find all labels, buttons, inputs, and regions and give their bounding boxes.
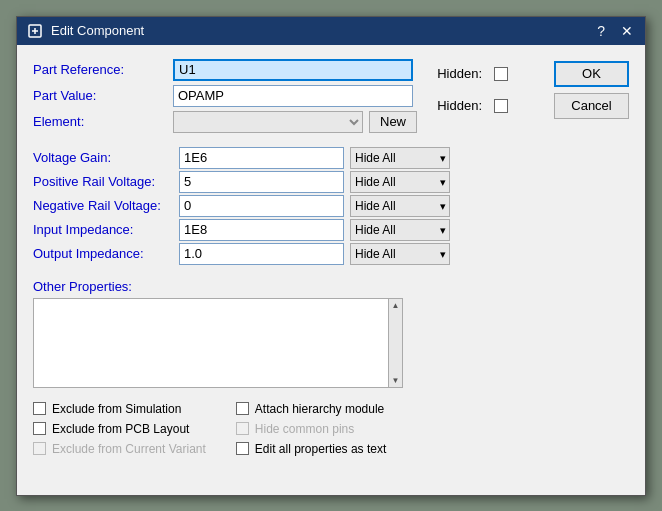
output-impedance-input[interactable] [179,243,344,265]
element-label: Element: [33,114,173,129]
output-impedance-label: Output Impedance: [33,246,173,261]
exclude-variant-label: Exclude from Current Variant [52,442,206,456]
output-impedance-select-wrapper: Hide All Show All [350,243,450,265]
input-impedance-row: Input Impedance: Hide All Show All [33,219,629,241]
help-button[interactable]: ? [595,24,607,38]
bottom-checkboxes: Exclude from Simulation Exclude from PCB… [33,402,629,456]
part-reference-input[interactable] [173,59,413,81]
hidden-label-1: Hidden: [437,66,482,81]
positive-rail-label: Positive Rail Voltage: [33,174,173,189]
exclude-pcb-row: Exclude from PCB Layout [33,422,206,436]
edit-component-dialog: Edit Component ? ✕ Part Reference: Part … [16,16,646,496]
hidden-row-2: Hidden: Cancel [437,93,629,119]
attach-hierarchy-row: Attach hierarchy module [236,402,386,416]
attach-hierarchy-checkbox[interactable] [236,402,249,415]
part-value-row: Part Value: [33,85,417,107]
exclude-pcb-checkbox[interactable] [33,422,46,435]
part-value-label: Part Value: [33,88,173,103]
positive-rail-select-wrapper: Hide All Show All [350,171,450,193]
other-properties-textarea[interactable] [34,299,388,387]
left-form: Part Reference: Part Value: Element: New [33,59,417,137]
edit-all-label: Edit all properties as text [255,442,386,456]
hidden-label-2: Hidden: [437,98,482,113]
hidden-row-1: Hidden: OK [437,61,629,87]
part-value-input[interactable] [173,85,413,107]
negative-rail-select-wrapper: Hide All Show All [350,195,450,217]
exclude-simulation-row: Exclude from Simulation [33,402,206,416]
dialog-content: Part Reference: Part Value: Element: New [17,45,645,495]
input-impedance-label: Input Impedance: [33,222,173,237]
properties-section: Voltage Gain: Hide All Show All Positive… [33,147,629,267]
ok-button[interactable]: OK [554,61,629,87]
exclude-variant-checkbox[interactable] [33,442,46,455]
exclude-variant-row: Exclude from Current Variant [33,442,206,456]
input-impedance-select-wrapper: Hide All Show All [350,219,450,241]
exclude-simulation-label: Exclude from Simulation [52,402,181,416]
title-bar-left: Edit Component [27,23,144,39]
negative-rail-label: Negative Rail Voltage: [33,198,173,213]
other-properties-scrollbar[interactable]: ▲ ▼ [388,299,402,387]
exclude-simulation-checkbox[interactable] [33,402,46,415]
positive-rail-row: Positive Rail Voltage: Hide All Show All [33,171,629,193]
element-select[interactable] [173,111,363,133]
output-impedance-row: Output Impedance: Hide All Show All [33,243,629,265]
part-reference-label: Part Reference: [33,62,173,77]
other-properties-section: Other Properties: ▲ ▼ [33,273,629,388]
hide-common-row: Hide common pins [236,422,386,436]
hide-common-label: Hide common pins [255,422,354,436]
title-bar: Edit Component ? ✕ [17,17,645,45]
part-reference-row: Part Reference: [33,59,417,81]
hidden-checkbox-1[interactable] [494,67,508,81]
element-row: Element: New [33,111,417,133]
dialog-icon [27,23,43,39]
voltage-gain-input[interactable] [179,147,344,169]
top-section: Part Reference: Part Value: Element: New [33,59,629,137]
voltage-gain-label: Voltage Gain: [33,150,173,165]
hidden-checkbox-2[interactable] [494,99,508,113]
scroll-up-arrow[interactable]: ▲ [392,301,400,310]
element-controls: New [173,111,417,133]
negative-rail-select[interactable]: Hide All Show All [350,195,450,217]
attach-hierarchy-label: Attach hierarchy module [255,402,384,416]
input-impedance-input[interactable] [179,219,344,241]
title-bar-right: ? ✕ [595,24,635,38]
output-impedance-select[interactable]: Hide All Show All [350,243,450,265]
voltage-gain-select[interactable]: Hide All Show All [350,147,450,169]
other-properties-label: Other Properties: [33,279,629,294]
other-properties-area: ▲ ▼ [33,298,403,388]
negative-rail-input[interactable] [179,195,344,217]
dialog-title: Edit Component [51,23,144,38]
exclude-pcb-label: Exclude from PCB Layout [52,422,189,436]
positive-rail-input[interactable] [179,171,344,193]
left-check-col: Exclude from Simulation Exclude from PCB… [33,402,206,456]
negative-rail-row: Negative Rail Voltage: Hide All Show All [33,195,629,217]
voltage-gain-select-wrapper: Hide All Show All [350,147,450,169]
scroll-down-arrow[interactable]: ▼ [392,376,400,385]
right-check-col: Attach hierarchy module Hide common pins… [236,402,386,456]
hide-common-checkbox[interactable] [236,422,249,435]
cancel-button[interactable]: Cancel [554,93,629,119]
voltage-gain-row: Voltage Gain: Hide All Show All [33,147,629,169]
new-button[interactable]: New [369,111,417,133]
edit-all-row: Edit all properties as text [236,442,386,456]
close-button[interactable]: ✕ [619,24,635,38]
positive-rail-select[interactable]: Hide All Show All [350,171,450,193]
edit-all-checkbox[interactable] [236,442,249,455]
input-impedance-select[interactable]: Hide All Show All [350,219,450,241]
